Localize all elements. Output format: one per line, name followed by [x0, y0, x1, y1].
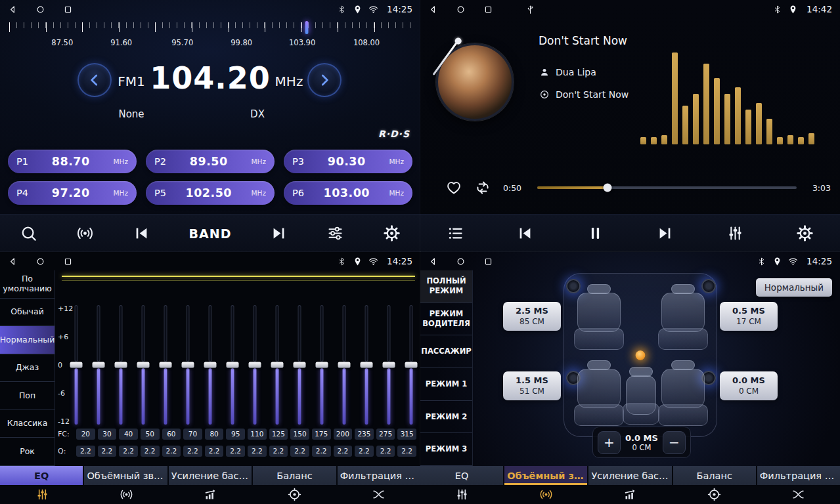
nav-home-icon[interactable] — [456, 5, 466, 14]
band-button[interactable]: BAND — [189, 226, 232, 241]
preset-p1[interactable]: P1 88.70 MHz — [8, 150, 137, 173]
bass-boost-tab-icon[interactable] — [168, 488, 252, 501]
preset-p4[interactable]: P4 97.20 MHz — [8, 181, 137, 205]
balance-tab-icon[interactable] — [252, 488, 336, 501]
eq-band-slider[interactable] — [406, 305, 416, 425]
balance-tab-icon[interactable] — [672, 488, 756, 501]
search-icon[interactable] — [20, 224, 37, 242]
listening-position-dot[interactable] — [636, 350, 646, 360]
eq-preset-classic[interactable]: Классика — [0, 410, 55, 438]
mode-driver[interactable]: РЕЖИМ ВОДИТЕЛЯ — [420, 303, 472, 336]
delay-increase-button[interactable]: + — [598, 431, 621, 454]
eq-slider-knob[interactable] — [204, 362, 217, 368]
next-track-icon[interactable] — [656, 224, 674, 242]
mode-2[interactable]: РЕЖИМ 2 — [420, 401, 472, 434]
eq-preset-custom[interactable]: Обычай — [0, 299, 55, 327]
eq-band-slider[interactable] — [116, 305, 126, 425]
eq-slider-knob[interactable] — [93, 362, 105, 368]
eq-slider-knob[interactable] — [361, 362, 373, 368]
progress-slider[interactable] — [537, 186, 797, 189]
bass-boost-tab-icon[interactable] — [588, 488, 673, 501]
eq-slider-knob[interactable] — [137, 362, 150, 368]
playlist-icon[interactable] — [447, 224, 464, 242]
tab-surround[interactable]: Объёмный звук — [84, 466, 167, 485]
tab-bass-boost[interactable]: Усиление басов — [169, 466, 252, 485]
nav-recents-icon[interactable] — [483, 5, 493, 14]
eq-band-slider[interactable] — [272, 305, 282, 425]
sound-preset-button[interactable]: Нормальный — [756, 278, 832, 297]
delay-rear-left[interactable]: 1.5 MS 51 CM — [503, 371, 561, 400]
eq-slider-knob[interactable] — [70, 362, 83, 368]
tab-eq[interactable]: EQ — [0, 466, 83, 485]
eq-band-slider[interactable] — [71, 305, 81, 425]
tab-bass-boost[interactable]: Усиление басов — [588, 466, 671, 485]
eq-slider-knob[interactable] — [383, 362, 395, 368]
tab-surround[interactable]: Объёмный звук — [504, 466, 587, 485]
repeat-icon[interactable] — [474, 179, 491, 196]
eq-band-slider[interactable] — [317, 305, 327, 425]
settings-icon[interactable] — [796, 224, 814, 242]
eq-band-slider[interactable] — [205, 305, 215, 425]
preset-p2[interactable]: P2 89.50 MHz — [146, 150, 275, 173]
eq-band-slider[interactable] — [294, 305, 305, 425]
eq-preset-jazz[interactable]: Джаз — [0, 354, 55, 383]
eq-band-slider[interactable] — [93, 305, 104, 425]
tune-up-button[interactable] — [307, 63, 342, 97]
eq-band-slider[interactable] — [384, 305, 394, 425]
previous-station-icon[interactable] — [133, 224, 150, 242]
tab-eq[interactable]: EQ — [420, 466, 503, 485]
nav-recents-icon[interactable] — [63, 5, 73, 14]
previous-track-icon[interactable] — [516, 224, 534, 242]
tab-balance[interactable]: Баланс — [673, 466, 756, 485]
crossover-tab-icon[interactable] — [336, 488, 420, 501]
eq-slider-knob[interactable] — [338, 362, 351, 368]
nav-back-icon[interactable] — [428, 257, 438, 266]
preset-p3[interactable]: P3 90.30 MHz — [284, 150, 412, 173]
tab-balance[interactable]: Баланс — [253, 466, 336, 485]
next-station-icon[interactable] — [270, 224, 288, 242]
crossover-tab-icon[interactable] — [756, 488, 840, 501]
nav-recents-icon[interactable] — [63, 257, 73, 266]
dial-pointer[interactable] — [305, 21, 308, 34]
eq-preset-pop[interactable]: Поп — [0, 382, 55, 410]
tab-crossover[interactable]: Фильтрация ба... — [338, 466, 420, 485]
nav-home-icon[interactable] — [35, 257, 45, 266]
eq-preset-normal[interactable]: Нормальный — [0, 326, 55, 354]
delay-front-left[interactable]: 2.5 MS 85 CM — [503, 302, 561, 331]
eq-preset-default[interactable]: По умолчанию — [0, 270, 55, 299]
mode-passenger[interactable]: ПАССАЖИР — [420, 335, 472, 368]
surround-tab-icon[interactable] — [504, 488, 588, 501]
equalizer-icon[interactable] — [726, 224, 744, 242]
favorite-icon[interactable] — [445, 179, 462, 196]
eq-slider-knob[interactable] — [115, 362, 127, 368]
eq-band-slider[interactable] — [138, 305, 148, 425]
eq-band-slider[interactable] — [227, 305, 238, 425]
broadcast-icon[interactable] — [76, 224, 94, 242]
eq-slider-knob[interactable] — [316, 362, 328, 368]
equalizer-tab-icon[interactable] — [0, 488, 84, 501]
delay-decrease-button[interactable]: − — [663, 431, 686, 454]
eq-slider-knob[interactable] — [160, 362, 172, 368]
eq-band-slider[interactable] — [250, 305, 260, 425]
eq-slider-knob[interactable] — [271, 362, 284, 368]
eq-slider-knob[interactable] — [227, 362, 239, 368]
tab-crossover[interactable]: Фильтрация ба... — [757, 466, 840, 485]
mixer-icon[interactable] — [326, 224, 344, 242]
delay-rear-right[interactable]: 0.0 MS 0 CM — [720, 371, 778, 400]
eq-slider-knob[interactable] — [249, 362, 261, 368]
nav-recents-icon[interactable] — [483, 257, 493, 266]
preset-p6[interactable]: P6 103.00 MHz — [284, 181, 412, 205]
nav-home-icon[interactable] — [35, 5, 45, 14]
eq-band-slider[interactable] — [361, 305, 372, 425]
nav-back-icon[interactable] — [8, 257, 18, 266]
mode-full[interactable]: ПОЛНЫЙ РЕЖИМ — [420, 270, 472, 303]
eq-band-slider[interactable] — [160, 305, 171, 425]
eq-band-slider[interactable] — [183, 305, 193, 425]
progress-knob[interactable] — [603, 184, 611, 192]
eq-slider-knob[interactable] — [182, 362, 194, 368]
equalizer-tab-icon[interactable] — [420, 488, 504, 501]
mode-3[interactable]: РЕЖИМ 3 — [420, 433, 472, 466]
eq-slider-knob[interactable] — [405, 362, 418, 368]
delay-front-right[interactable]: 0.5 MS 17 CM — [720, 302, 778, 331]
preset-p5[interactable]: P5 102.50 MHz — [146, 181, 275, 205]
